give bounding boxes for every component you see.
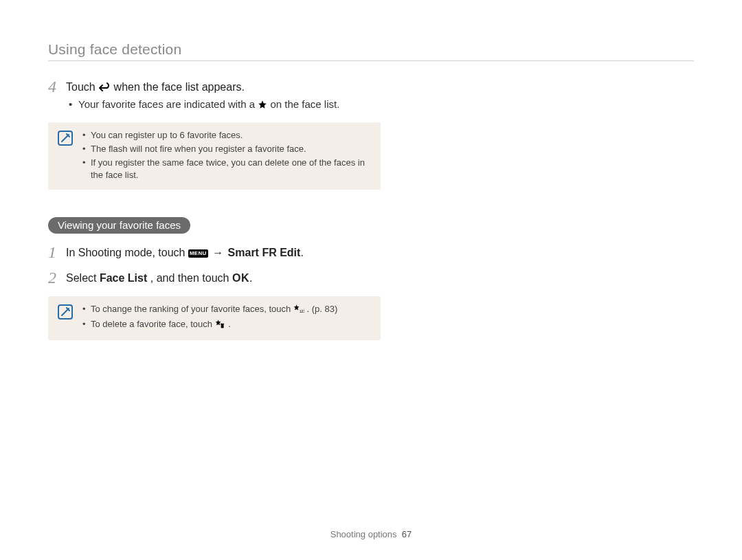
step-body: In Shooting mode, touch MENU → Smart FR …: [66, 243, 304, 261]
step2-text-before: Select: [66, 272, 100, 284]
step2-text-mid: , and then touch: [150, 272, 232, 284]
star-rank-icon: 123: [293, 304, 304, 317]
info2-item-1: To change the ranking of your favorite f…: [82, 303, 337, 317]
ok-icon: OK: [232, 272, 249, 284]
title-rule: [48, 60, 694, 61]
info1-item: You can register up to 6 favorite faces.: [82, 129, 372, 142]
content-column: 4 Touch when the face list appears. Your…: [48, 78, 385, 340]
page-footer: Shooting options 67: [0, 529, 742, 539]
sub-bullet-after: on the face list.: [270, 98, 339, 110]
info1-item: If you register the same face twice, you…: [82, 157, 372, 183]
info2-item2-before: To delete a favorite face, touch: [91, 319, 215, 329]
step-body: Select Face List , and then touch OK.: [66, 269, 252, 287]
info2-item2-after: .: [228, 319, 231, 329]
step1-text-before: In Shooting mode, touch: [66, 247, 188, 258]
info1-item: The flash will not fire when you registe…: [82, 143, 372, 156]
step2-period: .: [249, 272, 252, 284]
footer-section: Shooting options: [330, 529, 397, 539]
step-1: 1 In Shooting mode, touch MENU → Smart F…: [48, 243, 385, 261]
svg-rect-1: [221, 324, 223, 328]
manual-page: Using face detection 4 Touch when the fa…: [0, 0, 742, 560]
note-icon: [58, 304, 73, 320]
step4-sub-bullets: Your favorite faces are indicated with a…: [69, 97, 385, 113]
svg-rect-2: [221, 324, 224, 324]
arrow-icon: →: [211, 245, 225, 261]
step-number: 1: [48, 243, 66, 261]
note-icon: [58, 131, 73, 146]
step-number: 4: [48, 78, 66, 96]
step1-bold: Smart FR Edit: [228, 247, 301, 258]
step4-text-before: Touch: [66, 81, 98, 93]
svg-text:123: 123: [299, 309, 304, 313]
section-heading: Viewing your favorite faces: [48, 217, 190, 234]
info-box-1: You can register up to 6 favorite faces.…: [48, 122, 381, 190]
step4-text-after: when the face list appears.: [114, 81, 245, 93]
step-body: Touch when the face list appears.: [66, 78, 245, 96]
info-list-2: To change the ranking of your favorite f…: [82, 303, 337, 333]
footer-page-number: 67: [402, 529, 412, 539]
menu-icon: MENU: [188, 249, 208, 258]
step2-bold1: Face List: [100, 272, 147, 284]
info2-item1-before: To change the ranking of your favorite f…: [91, 304, 293, 314]
step-4: 4 Touch when the face list appears.: [48, 78, 385, 96]
step1-period: .: [300, 247, 303, 258]
page-title: Using face detection: [48, 41, 694, 58]
info-list-1: You can register up to 6 favorite faces.…: [82, 129, 372, 183]
info2-item-2: To delete a favorite face, touch .: [82, 318, 337, 333]
step-number: 2: [48, 269, 66, 287]
info2-item1-after: . (p. 83): [306, 304, 337, 314]
star-delete-icon: [215, 320, 226, 333]
back-arrow-icon: [98, 82, 111, 92]
sub-bullet-before: Your favorite faces are indicated with a: [78, 98, 258, 110]
star-icon: [258, 100, 267, 109]
info-box-2: To change the ranking of your favorite f…: [48, 296, 381, 340]
step4-sub-bullet: Your favorite faces are indicated with a…: [69, 97, 385, 113]
step-2: 2 Select Face List , and then touch OK.: [48, 269, 385, 287]
